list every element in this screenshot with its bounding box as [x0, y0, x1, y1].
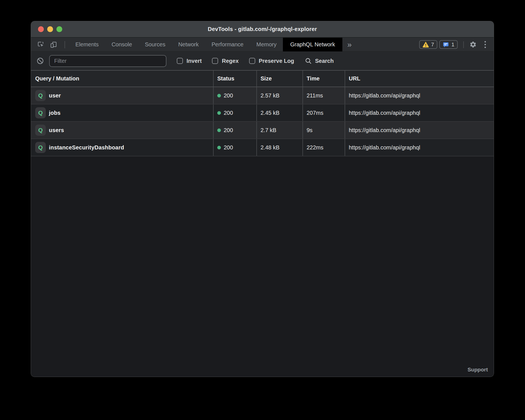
query-type-badge: Q — [35, 125, 46, 136]
tab-console[interactable]: Console — [105, 38, 138, 51]
table-empty-area: Support — [31, 156, 494, 377]
devtools-tab-bar: Elements Console Sources Network Perform… — [31, 38, 494, 52]
inspect-icon[interactable] — [37, 41, 44, 48]
title-bar: DevTools - gitlab.com/-/graphql-explorer — [31, 21, 494, 38]
warnings-badge[interactable]: 7 — [419, 40, 438, 49]
url-cell: https://gitlab.com/api/graphql — [345, 122, 494, 139]
table-row-instance-security-dashboard[interactable]: Q instanceSecurityDashboard 200 2.48 kB … — [31, 139, 494, 156]
query-type-badge: Q — [35, 90, 46, 101]
toolbar-divider — [65, 41, 65, 48]
preserve-log-label: Preserve Log — [259, 58, 294, 64]
close-button[interactable] — [38, 26, 44, 32]
column-header-size: Size — [256, 71, 302, 87]
url-cell: https://gitlab.com/api/graphql — [345, 139, 494, 156]
query-name: instanceSecurityDashboard — [49, 144, 124, 151]
support-link[interactable]: Support — [467, 367, 488, 373]
invert-checkbox[interactable] — [177, 58, 183, 64]
status-cell: 200 — [213, 139, 256, 156]
status-cell: 200 — [213, 104, 256, 121]
regex-checkbox[interactable] — [212, 58, 218, 64]
table-header: Query / Mutation Status Size Time URL — [31, 71, 494, 87]
query-cell: Q user — [31, 87, 213, 104]
search-label: Search — [315, 58, 334, 64]
status-cell: 200 — [213, 122, 256, 139]
query-cell: Q users — [31, 122, 213, 139]
issues-icon — [443, 42, 449, 48]
filter-bar: Invert Regex Preserve Log Search — [31, 52, 494, 71]
preserve-log-checkbox-group: Preserve Log — [249, 58, 294, 64]
tab-memory[interactable]: Memory — [250, 38, 283, 51]
time-cell: 222ms — [302, 139, 345, 156]
filter-input[interactable] — [49, 55, 166, 67]
search-icon — [305, 57, 312, 65]
table-row-user[interactable]: Q user 200 2.57 kB 211ms https://gitlab.… — [31, 87, 494, 104]
url-cell: https://gitlab.com/api/graphql — [345, 87, 494, 104]
window-title: DevTools - gitlab.com/-/graphql-explorer — [208, 26, 317, 32]
table-row-users[interactable]: Q users 200 2.7 kB 9s https://gitlab.com… — [31, 122, 494, 139]
kebab-menu-icon[interactable] — [485, 41, 486, 48]
size-cell: 2.57 kB — [256, 87, 302, 104]
status-ok-dot — [217, 111, 221, 115]
query-cell: Q jobs — [31, 104, 213, 121]
search-control[interactable]: Search — [305, 57, 334, 65]
time-cell: 211ms — [302, 87, 345, 104]
query-type-badge: Q — [35, 142, 46, 153]
warning-icon — [423, 42, 429, 47]
traffic-lights — [38, 21, 62, 37]
tab-network[interactable]: Network — [172, 38, 205, 51]
time-cell: 9s — [302, 122, 345, 139]
status-ok-dot — [217, 128, 221, 132]
badge-divider — [463, 41, 464, 48]
zoom-button[interactable] — [56, 26, 62, 32]
table-row-jobs[interactable]: Q jobs 200 2.45 kB 207ms https://gitlab.… — [31, 104, 494, 122]
invert-checkbox-group: Invert — [177, 58, 202, 64]
query-type-badge: Q — [35, 107, 46, 118]
size-cell: 2.45 kB — [256, 104, 302, 121]
invert-label: Invert — [187, 58, 202, 64]
more-tabs-chevron-icon[interactable]: » — [342, 41, 357, 49]
column-header-time: Time — [302, 71, 345, 87]
query-cell: Q instanceSecurityDashboard — [31, 139, 213, 156]
status-cell: 200 — [213, 87, 256, 104]
status-ok-dot — [217, 146, 221, 149]
column-header-url: URL — [345, 71, 494, 87]
tab-elements[interactable]: Elements — [69, 38, 105, 51]
url-cell: https://gitlab.com/api/graphql — [345, 104, 494, 121]
tab-performance[interactable]: Performance — [205, 38, 250, 51]
issue-count: 1 — [451, 42, 454, 48]
size-cell: 2.7 kB — [256, 122, 302, 139]
status-ok-dot — [217, 94, 221, 97]
time-cell: 207ms — [302, 104, 345, 121]
column-header-status: Status — [213, 71, 256, 87]
tab-sources[interactable]: Sources — [139, 38, 172, 51]
device-toolbar-icon[interactable] — [50, 41, 57, 48]
query-name: users — [49, 127, 64, 133]
tab-graphql-network[interactable]: GraphQL Network — [283, 38, 342, 51]
regex-checkbox-group: Regex — [212, 58, 238, 64]
issues-badge[interactable]: 1 — [439, 40, 458, 49]
column-header-query: Query / Mutation — [31, 71, 213, 87]
minimize-button[interactable] — [47, 26, 53, 32]
regex-label: Regex — [222, 58, 238, 64]
preserve-log-checkbox[interactable] — [249, 58, 255, 64]
warning-count: 7 — [431, 42, 434, 48]
gear-icon[interactable] — [469, 41, 477, 48]
devtools-window: DevTools - gitlab.com/-/graphql-explorer… — [31, 21, 494, 377]
size-cell: 2.48 kB — [256, 139, 302, 156]
block-icon[interactable] — [36, 57, 44, 65]
query-name: user — [49, 92, 61, 99]
query-name: jobs — [49, 110, 61, 116]
